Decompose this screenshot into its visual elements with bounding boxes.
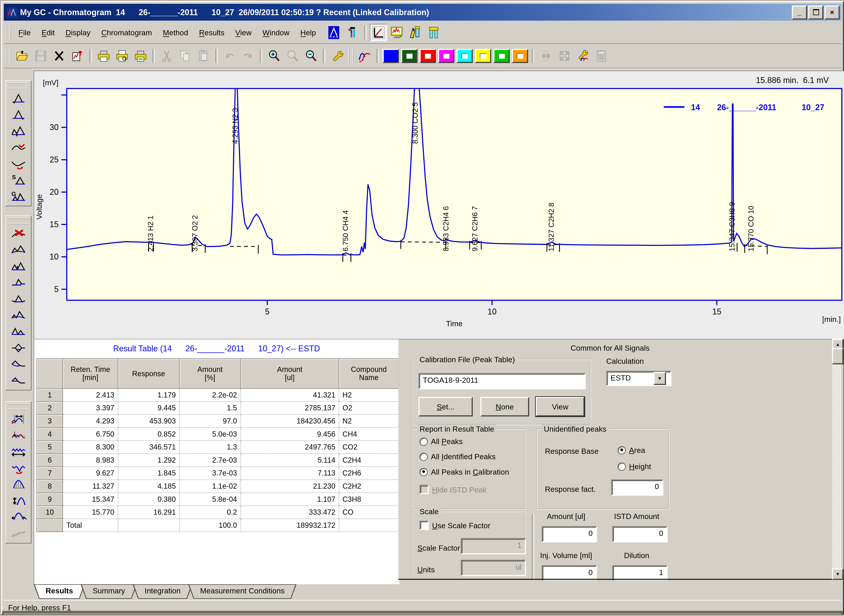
table-row[interactable]: 1015.77016.2910.2333.472CO — [37, 506, 399, 519]
cell[interactable]: 4.293 — [63, 414, 118, 428]
calibration-file-input[interactable]: TOGA18-9-2011 — [418, 373, 586, 389]
cell[interactable]: C2H6 — [339, 467, 399, 480]
row-number[interactable]: 10 — [37, 506, 63, 519]
delete-icon[interactable] — [50, 47, 68, 65]
signal-color-2-button[interactable] — [401, 49, 418, 63]
cell[interactable]: CO2 — [339, 441, 399, 454]
table-row[interactable]: 811.3274.1851.1e-0221.230C2H2 — [37, 480, 399, 493]
signal-color-1-button[interactable] — [382, 49, 399, 63]
toolbar-grip[interactable] — [6, 26, 11, 40]
properties-wrench-icon[interactable] — [328, 47, 346, 65]
radio-all-identified-peaks[interactable]: All Identified Peaks — [419, 452, 495, 461]
toolbar-grip[interactable] — [349, 49, 353, 63]
cell[interactable]: 7.113 — [240, 467, 339, 480]
signal-color-8-button[interactable] — [512, 49, 528, 63]
zoom-out-icon[interactable] — [302, 47, 320, 65]
tab-summary[interactable]: Summary — [81, 584, 137, 599]
forward-horizon-icon[interactable] — [8, 139, 29, 155]
cell[interactable]: CH4 — [339, 428, 399, 441]
calculation-combobox[interactable]: ESTD ▼ — [606, 371, 665, 385]
cell[interactable]: 1.179 — [118, 389, 179, 402]
column-header-reten-time[interactable]: Reten. Time [min] — [63, 359, 118, 389]
menu-window[interactable]: Window — [257, 26, 295, 39]
row-number[interactable]: 9 — [37, 493, 63, 506]
row-number[interactable]: 5 — [37, 441, 63, 454]
amount-input[interactable]: 0 — [542, 526, 597, 543]
dropdown-arrow-icon[interactable]: ▼ — [654, 372, 666, 385]
cell[interactable]: Total — [63, 519, 118, 532]
valley-baseline-icon[interactable] — [8, 242, 29, 257]
backward-horizon-icon[interactable] — [8, 155, 29, 171]
table-row[interactable]: 34.293453.90397.0184230.456N2 — [37, 414, 399, 428]
tailing-peaks-icon[interactable] — [8, 307, 29, 323]
calibration-window-icon[interactable] — [370, 24, 387, 41]
cell[interactable]: C2H2 — [339, 480, 399, 493]
checkbox-icon[interactable] — [419, 521, 429, 530]
row-number[interactable]: 7 — [37, 467, 63, 480]
cell[interactable]: 16.291 — [118, 506, 179, 519]
column-header-compound[interactable]: Compound Name — [339, 359, 399, 389]
print-preview-icon[interactable] — [114, 47, 131, 65]
menu-display[interactable]: Display — [60, 26, 96, 39]
view-button[interactable]: View — [536, 397, 585, 416]
print-icon[interactable] — [95, 47, 113, 65]
cell[interactable]: 8.983 — [63, 453, 118, 467]
cell[interactable]: N2 — [339, 414, 399, 428]
cell[interactable]: 1.845 — [118, 467, 179, 480]
restore-button[interactable] — [808, 5, 823, 19]
cell[interactable]: 2.413 — [63, 389, 118, 402]
cell[interactable]: 4.185 — [118, 480, 179, 493]
cell[interactable]: 5.0e-03 — [179, 428, 240, 441]
radio-icon[interactable] — [618, 446, 626, 454]
radio-all-peaks-in-calibration[interactable]: All Peaks in Calibration — [419, 467, 509, 476]
column-header-response[interactable]: Response — [118, 359, 179, 389]
spike-both-icon[interactable] — [8, 339, 29, 355]
row-number[interactable]: 2 — [37, 402, 63, 415]
row-number[interactable]: 3 — [37, 414, 63, 428]
close-button[interactable]: × — [825, 5, 840, 19]
cell[interactable]: 453.903 — [118, 414, 179, 428]
signal-color-7-button[interactable] — [494, 49, 510, 63]
cell[interactable]: 9.627 — [63, 467, 118, 480]
cell[interactable]: 1.1e-02 — [179, 480, 240, 493]
table-row[interactable]: 46.7500.8525.0e-039.456CH4 — [37, 428, 399, 441]
export-chromatogram-icon[interactable] — [69, 47, 86, 65]
cell[interactable]: 346.571 — [118, 441, 179, 454]
cut-tail-icon[interactable] — [8, 356, 29, 371]
radio-height[interactable]: Height — [618, 462, 651, 471]
menu-edit[interactable]: Edit — [36, 26, 60, 39]
signal-properties-icon[interactable] — [574, 47, 592, 65]
cell[interactable]: 333.472 — [240, 506, 339, 519]
tab-measurement-conditions[interactable]: Measurement Conditions — [188, 584, 296, 599]
total-row[interactable]: Total100.0189932.172 — [37, 519, 399, 532]
signal-color-4-button[interactable] — [438, 49, 454, 63]
plot-area[interactable] — [67, 88, 842, 300]
minimize-button[interactable]: _ — [792, 5, 807, 19]
cut-front-icon[interactable] — [8, 372, 29, 388]
istd-amount-input[interactable]: 0 — [612, 526, 668, 543]
cell[interactable]: 100.0 — [179, 519, 240, 532]
radio-area[interactable]: Area — [618, 446, 645, 454]
table-row[interactable]: 79.6271.8453.7e-037.113C2H6 — [37, 467, 399, 480]
instrument-syringe-icon[interactable] — [344, 24, 361, 41]
cell[interactable]: 8.300 — [63, 441, 118, 454]
column-header-amount[interactable]: Amount [ul] — [240, 359, 339, 389]
cell[interactable]: 189932.172 — [240, 519, 339, 532]
cell[interactable]: H2 — [339, 389, 399, 402]
response-fact-input[interactable]: 0 — [611, 480, 663, 496]
cell[interactable]: 11.327 — [63, 480, 118, 493]
row-number[interactable]: 8 — [37, 480, 63, 493]
menu-method[interactable]: Method — [157, 26, 193, 39]
scrollbar-thumb[interactable] — [832, 348, 843, 364]
peak-area-icon[interactable] — [8, 476, 29, 492]
cell[interactable]: 2.2e-02 — [179, 389, 240, 402]
vertical-scrollbar[interactable]: ▲ ▼ — [832, 339, 841, 580]
cell[interactable]: C3H8 — [339, 493, 399, 506]
cell[interactable]: 41.321 — [240, 389, 339, 402]
table-row[interactable]: 23.3979.4451.52785.137O2 — [37, 402, 399, 415]
table-row[interactable]: 68.9831.2922.7e-035.114C2H4 — [37, 453, 399, 467]
inj-volume-input[interactable]: 0 — [542, 565, 597, 580]
chromatogram-chart[interactable]: 15.886 min. 6.1 mV 5101520253051015[mV]V… — [34, 70, 844, 339]
noise-evaluation-icon[interactable] — [8, 444, 29, 459]
tab-integration[interactable]: Integration — [133, 584, 192, 599]
